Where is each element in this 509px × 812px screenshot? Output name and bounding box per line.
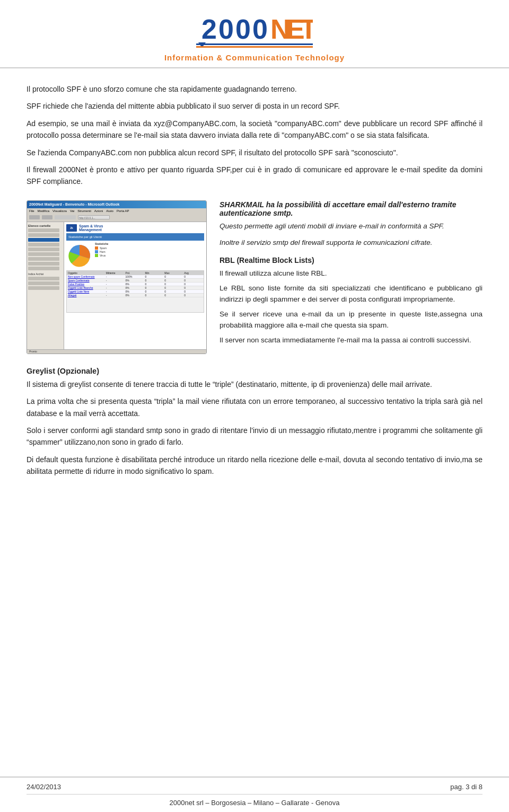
rbl-p3: Se il server riceve una e-mail da un ip … [220, 308, 482, 331]
menu-visualizza[interactable]: Visualizza [52, 209, 67, 213]
sidebar-item-7[interactable] [28, 257, 59, 261]
pie-chart [66, 242, 93, 269]
sidebar-item-1[interactable] [28, 228, 59, 232]
sidebar-item-10[interactable] [28, 277, 59, 280]
svg-rect-8 [196, 43, 313, 45]
address-bar[interactable] [55, 215, 76, 219]
win-toolbar: http://10.0.1... [27, 214, 206, 222]
win-menubar: File Modifica Visualizza Vai Strumenti A… [27, 208, 206, 214]
sharkmail-p2: Inoltre il servizio smtp del firewall su… [220, 237, 482, 249]
rbl-section: RBL (Realtime Block Lists) Il firewall u… [220, 256, 482, 346]
url-bar[interactable]: http://10.0.1... [78, 215, 110, 219]
win-inner-title: Statistiche per gli Utenti [68, 235, 102, 239]
company-logo: 2 0 0 0 N E T [196, 10, 313, 52]
menu-portaap[interactable]: Porta AP [117, 209, 129, 213]
sidebar-item-12[interactable] [28, 286, 59, 290]
app-logo-icon: 2k [66, 224, 77, 232]
two-col-section: 2000Net Mailguard - Benvenuto - Microsof… [27, 200, 482, 354]
main-content: Il protocollo SPF è uno sforzo comune ch… [0, 68, 509, 776]
sidebar-item-11[interactable] [28, 281, 59, 285]
svg-text:0: 0 [235, 14, 251, 45]
sharkmail-title: SHARKMAIL ha la possibilità di accettare… [220, 200, 482, 217]
footer-date: 24/02/2013 [27, 783, 61, 791]
svg-text:0: 0 [218, 14, 234, 45]
win-statusbar: Pronto [27, 349, 206, 354]
table-row-5: Oggetti Liste Nere - 0% 0 0 0 [67, 290, 204, 294]
paragraph-5: Il firewall 2000Net è pronto e attivo pe… [27, 164, 482, 188]
statusbar-text: Pronto [29, 350, 37, 353]
app-title-text: Spam & VirusManagement [79, 224, 103, 232]
menu-strumenti[interactable]: Strumenti [77, 209, 91, 213]
sidebar-item-3[interactable] [28, 238, 59, 242]
greylist-p4: Di default questa funzione è disabilitat… [27, 454, 482, 478]
svg-rect-9 [196, 46, 313, 48]
sidebar-item-8[interactable] [28, 262, 59, 266]
table-row-6: Allegati - 0% 0 0 0 [67, 294, 204, 297]
text-column: SHARKMAIL ha la possibilità di accettare… [220, 200, 482, 346]
rbl-p4: Il server non scarta immediatamente l'e-… [220, 334, 482, 346]
paragraph-3: Ad esempio, se una mail è inviata da xyz… [27, 118, 482, 142]
table-row-3: False Positive - 0% 0 0 0 [67, 283, 204, 286]
page-footer: 24/02/2013 pag. 3 di 8 2000net srl – Bor… [0, 776, 509, 812]
sidebar-item-2[interactable] [28, 233, 59, 237]
toolbar-btn-1[interactable] [29, 215, 40, 219]
table-row-2: Spam Confermato - 0% 0 0 0 [67, 279, 204, 283]
page: 2 0 0 0 N E T Information & Communicatio… [0, 0, 509, 812]
table-row-4: Oggetti Liste Bianche - 0% 0 0 0 [67, 286, 204, 290]
menu-modifica[interactable]: Modifica [38, 209, 49, 213]
logo-tagline: Information & Communication Technology [164, 53, 345, 62]
svg-text:T: T [300, 14, 313, 45]
screenshot-column: 2000Net Mailguard - Benvenuto - Microsof… [27, 200, 207, 354]
footer-page: pag. 3 di 8 [450, 783, 482, 791]
win-inner-header: Statistiche per gli Utenti [66, 233, 204, 241]
sidebar-folders-label: Elenco cartelle [28, 224, 63, 227]
win-titlebar: 2000Net Mailguard - Benvenuto - Microsof… [27, 201, 206, 208]
win-table-area: Oggetto Mittente Pol. Min Max Avg Non-sp… [66, 270, 204, 313]
win-main-area: 2k Spam & VirusManagement Statistiche pe… [64, 222, 206, 354]
greylist-p2: La prima volta che si presenta questa “t… [27, 395, 482, 419]
menu-file[interactable]: File [29, 209, 34, 213]
rbl-p2: Le RBL sono liste fornite da siti specia… [220, 283, 482, 305]
sidebar-indice: Indice Archivi [28, 272, 63, 276]
win-stats: Statistiche Spam Ham [95, 242, 204, 269]
greylist-title: Greylist (Opzionale) [27, 367, 482, 375]
rbl-title: RBL (Realtime Block Lists) [220, 256, 482, 264]
svg-text:0: 0 [252, 14, 268, 45]
paragraph-4: Se l'azienda CompanyABC.com non pubblica… [27, 147, 482, 158]
screenshot-inner: 2000Net Mailguard - Benvenuto - Microsof… [27, 201, 206, 354]
paragraph-2: SPF richiede che l'azienda del mittente … [27, 100, 482, 112]
page-header: 2 0 0 0 N E T Information & Communicatio… [0, 0, 509, 68]
svg-text:2: 2 [201, 14, 217, 45]
sidebar-item-9[interactable] [28, 267, 59, 270]
toolbar-btn-2[interactable] [42, 215, 52, 219]
paragraph-1: Il protocollo SPF è uno sforzo comune ch… [27, 83, 482, 95]
win-sidebar: Elenco cartelle Indice Archivi [27, 222, 64, 354]
footer-top: 24/02/2013 pag. 3 di 8 [27, 783, 482, 791]
app-screenshot: 2000Net Mailguard - Benvenuto - Microsof… [27, 200, 207, 354]
footer-company: 2000net srl – Borgosesia – Milano – Gall… [27, 794, 482, 807]
win-chart-area: Statistiche Spam Ham [66, 242, 204, 269]
greylist-p1: Il sistema di greylist consente di tener… [27, 378, 482, 390]
sidebar-item-6[interactable] [28, 252, 59, 256]
win-title: 2000Net Mailguard - Benvenuto - Microsof… [29, 202, 119, 206]
sidebar-item-5[interactable] [28, 248, 59, 251]
greylist-section: Greylist (Opzionale) Il sistema di greyl… [27, 367, 482, 478]
greylist-p3: Solo i server conformi agli standard smt… [27, 425, 482, 448]
sidebar-item-4[interactable] [28, 243, 59, 246]
win-body: Elenco cartelle Indice Archivi [27, 222, 206, 354]
logo-container: 2 0 0 0 N E T Information & Communicatio… [164, 10, 345, 62]
menu-vai[interactable]: Vai [70, 209, 74, 213]
app-logo-area: 2k Spam & VirusManagement [66, 224, 204, 232]
rbl-p1: Il firewall utilizza alcune liste RBL. [220, 268, 482, 279]
table-row-1: Non-spam Confermato - 100% 0 0 0 [67, 275, 204, 279]
win-table-header: Oggetto Mittente Pol. Min Max Avg [67, 271, 204, 275]
menu-aiuto[interactable]: Aiuto [106, 209, 113, 213]
menu-azioni[interactable]: Azioni [94, 209, 103, 213]
sharkmail-p1: Questo permette agli utenti mobili di in… [220, 220, 482, 232]
